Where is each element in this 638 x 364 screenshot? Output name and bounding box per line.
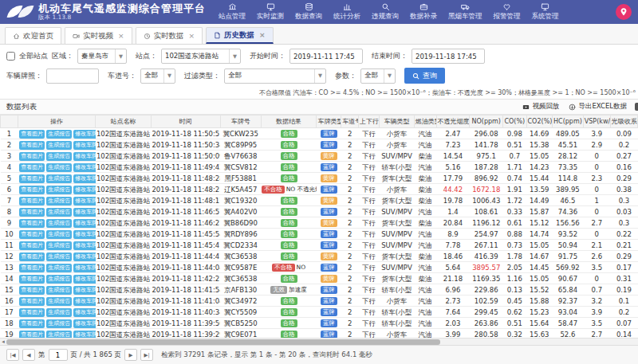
first-page-button[interactable]: |◀ bbox=[6, 349, 19, 361]
tab-实时视频[interactable]: 实时视频× bbox=[65, 27, 132, 44]
page-number-input[interactable] bbox=[49, 349, 68, 361]
tab-历史数据[interactable]: 历史数据× bbox=[206, 27, 274, 44]
cell-direction: 下行 bbox=[359, 184, 380, 195]
nav-item-system[interactable]: 系统管理 bbox=[532, 2, 559, 22]
all-sites-checkbox[interactable] bbox=[6, 52, 15, 61]
view-image-button[interactable]: 查看图片 bbox=[19, 152, 45, 161]
view-image-button[interactable]: 查看图片 bbox=[19, 230, 45, 239]
generate-report-button[interactable]: 生成报告 bbox=[46, 252, 72, 261]
video-button[interactable]: 视频回放 bbox=[522, 102, 559, 112]
location-pin-icon[interactable] bbox=[616, 4, 632, 20]
edit-plate-button[interactable]: 修改车牌 bbox=[73, 152, 96, 161]
edit-plate-button[interactable]: 修改车牌 bbox=[73, 264, 96, 272]
last-page-button[interactable]: ▶| bbox=[140, 349, 153, 361]
plate-input[interactable] bbox=[46, 68, 99, 84]
view-image-button[interactable]: 查看图片 bbox=[19, 297, 45, 306]
close-icon[interactable]: × bbox=[118, 32, 124, 40]
query-button[interactable]: 查询 bbox=[404, 68, 445, 84]
generate-report-button[interactable]: 生成报告 bbox=[46, 241, 72, 250]
view-image-button[interactable]: 查看图片 bbox=[19, 264, 45, 272]
lane-select[interactable]: 全部▼ bbox=[140, 68, 175, 84]
next-page-button[interactable]: ▶ bbox=[124, 349, 137, 361]
tab-欢迎首页[interactable]: 欢迎首页 bbox=[5, 27, 61, 44]
generate-report-button[interactable]: 生成报告 bbox=[46, 230, 72, 239]
end-time-input[interactable] bbox=[412, 49, 485, 64]
generate-report-button[interactable]: 生成报告 bbox=[46, 319, 72, 328]
edit-plate-button[interactable]: 修改车牌 bbox=[73, 286, 96, 295]
generate-report-button[interactable]: 生成报告 bbox=[46, 163, 72, 172]
close-icon[interactable]: × bbox=[189, 32, 195, 40]
generate-report-button[interactable]: 生成报告 bbox=[46, 208, 72, 217]
edit-plate-button[interactable]: 修改车牌 bbox=[73, 252, 96, 261]
scroll-left-icon[interactable]: ◂ bbox=[0, 339, 6, 345]
region-select[interactable]: 秦皇岛市▼ bbox=[77, 49, 127, 64]
station-select[interactable]: 102国道东港路站▼ bbox=[161, 49, 241, 64]
view-image-button[interactable]: 查看图片 bbox=[19, 130, 45, 139]
truncated-toolbar-icon[interactable] bbox=[635, 103, 638, 111]
nav-item-stats[interactable]: 统计分析 bbox=[333, 2, 360, 22]
generate-report-button[interactable]: 生成报告 bbox=[46, 297, 72, 306]
generate-report-button[interactable]: 生成报告 bbox=[46, 186, 72, 194]
edit-plate-button[interactable]: 修改车牌 bbox=[73, 230, 96, 239]
nav-item-truck[interactable]: 黑烟车管理 bbox=[448, 2, 482, 22]
generate-report-button[interactable]: 生成报告 bbox=[46, 152, 72, 161]
cell-direction: 下行 bbox=[359, 240, 380, 251]
param-select[interactable]: 全部▼ bbox=[360, 68, 396, 84]
view-image-button[interactable]: 查看图片 bbox=[19, 163, 45, 172]
view-image-button[interactable]: 查看图片 bbox=[19, 308, 45, 317]
edit-plate-button[interactable]: 修改车牌 bbox=[73, 297, 96, 306]
nav-item-site[interactable]: 站点管理 bbox=[219, 2, 246, 22]
cell-no-ppm: 975.1 bbox=[470, 151, 503, 162]
nav-item-alarm[interactable]: 报警管理 bbox=[494, 2, 521, 22]
result-badge: 合格 bbox=[281, 275, 297, 283]
nav-item-database[interactable]: 数据查询 bbox=[295, 2, 322, 22]
nav-item-search[interactable]: 违规查询 bbox=[372, 2, 399, 22]
nav-item-monitor[interactable]: 实时监测 bbox=[257, 2, 284, 22]
generate-report-button[interactable]: 生成报告 bbox=[46, 264, 72, 272]
start-time-input[interactable] bbox=[289, 49, 363, 64]
filter-type-select[interactable]: 全部▼ bbox=[224, 68, 326, 84]
export-button[interactable]: 导出EXCEL数据 bbox=[569, 102, 627, 112]
view-image-button[interactable]: 查看图片 bbox=[19, 197, 45, 205]
edit-plate-button[interactable]: 修改车牌 bbox=[73, 141, 96, 150]
edit-plate-button[interactable]: 修改车牌 bbox=[73, 186, 96, 194]
tab-实时数据[interactable]: 实时数据× bbox=[136, 27, 203, 44]
view-image-button[interactable]: 查看图片 bbox=[19, 241, 45, 250]
edit-plate-button[interactable]: 修改车牌 bbox=[73, 275, 96, 284]
view-image-button[interactable]: 查看图片 bbox=[19, 208, 45, 217]
cell-hc: 389.95 bbox=[553, 184, 584, 195]
view-image-button[interactable]: 查看图片 bbox=[19, 219, 45, 228]
cell-station: 102国道东港路站 bbox=[96, 217, 152, 229]
generate-report-button[interactable]: 生成报告 bbox=[46, 141, 72, 150]
cell-vsp: 0 bbox=[583, 184, 610, 195]
edit-plate-button[interactable]: 修改车牌 bbox=[73, 163, 96, 172]
edit-plate-button[interactable]: 修改车牌 bbox=[73, 174, 96, 183]
generate-report-button[interactable]: 生成报告 bbox=[46, 308, 72, 317]
view-image-button[interactable]: 查看图片 bbox=[19, 275, 45, 284]
edit-plate-button[interactable]: 修改车牌 bbox=[73, 241, 96, 250]
generate-report-button[interactable]: 生成报告 bbox=[46, 275, 72, 284]
generate-report-button[interactable]: 生成报告 bbox=[46, 174, 72, 183]
view-image-button[interactable]: 查看图片 bbox=[19, 186, 45, 194]
scrollbar-thumb[interactable] bbox=[6, 339, 440, 345]
view-image-button[interactable]: 查看图片 bbox=[19, 174, 45, 183]
edit-plate-button[interactable]: 修改车牌 bbox=[73, 219, 96, 228]
close-icon[interactable]: × bbox=[259, 31, 266, 39]
view-image-button[interactable]: 查看图片 bbox=[19, 141, 45, 150]
edit-plate-button[interactable]: 修改车牌 bbox=[73, 208, 96, 217]
generate-report-button[interactable]: 生成报告 bbox=[46, 219, 72, 228]
edit-plate-button[interactable]: 修改车牌 bbox=[73, 130, 96, 139]
column-header: CO2(%) bbox=[526, 115, 553, 128]
nav-item-briefcase[interactable]: 数据补录 bbox=[410, 2, 437, 22]
prev-page-button[interactable]: ◀ bbox=[22, 349, 35, 361]
generate-report-button[interactable]: 生成报告 bbox=[46, 197, 72, 205]
view-image-button[interactable]: 查看图片 bbox=[19, 286, 45, 295]
view-image-button[interactable]: 查看图片 bbox=[19, 319, 45, 328]
edit-plate-button[interactable]: 修改车牌 bbox=[73, 197, 96, 205]
edit-plate-button[interactable]: 修改车牌 bbox=[73, 319, 96, 328]
nav-item-label: 报警管理 bbox=[494, 12, 521, 22]
generate-report-button[interactable]: 生成报告 bbox=[46, 286, 72, 295]
view-image-button[interactable]: 查看图片 bbox=[19, 252, 45, 261]
edit-plate-button[interactable]: 修改车牌 bbox=[73, 308, 96, 317]
generate-report-button[interactable]: 生成报告 bbox=[46, 130, 72, 139]
